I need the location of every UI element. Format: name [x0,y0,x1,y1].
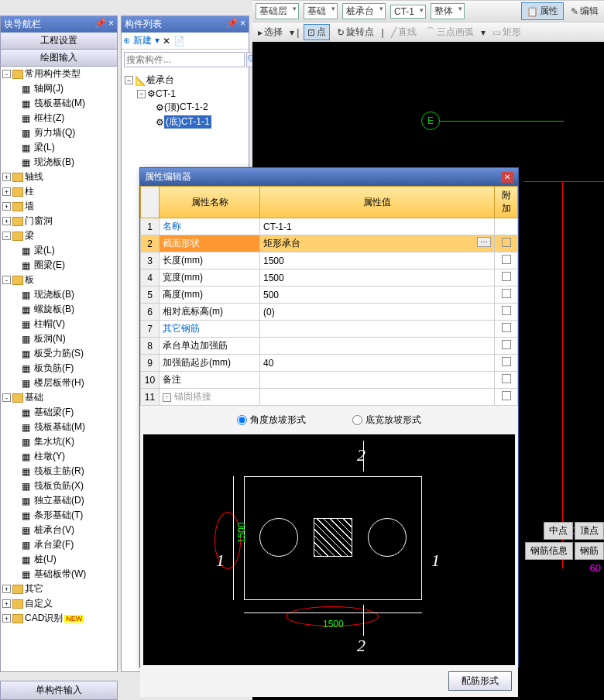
ellipsis-btn[interactable]: ⋯ [477,237,491,247]
tree-node[interactable]: ▦条形基础(T) [1,508,117,523]
dialog-footer: 配筋形式 [140,665,518,697]
tree-node[interactable]: ▦承台梁(F) [1,537,117,552]
tree-node[interactable]: ▦筏板基础(M) [1,420,117,434]
copy-icon[interactable]: 📄 [173,36,185,46]
grid-bubble-e: E [421,112,440,130]
select-btn[interactable]: ▸ 选择 [256,25,285,39]
diagram-pile-left [259,518,298,557]
tree-node[interactable]: ▦框柱(Z) [1,111,117,125]
property-row[interactable]: 11+锚固搭接 [141,389,518,406]
tree-node[interactable]: ▦筏板主筋(R) [1,464,117,479]
tree-node[interactable]: ▦桩(U) [1,552,117,567]
property-row[interactable]: 9加强筋起步(mm)40 [141,355,518,372]
tree-node[interactable]: ▦板负筋(F) [1,361,117,376]
new-button[interactable]: ⊕ 新建 ▾ [123,34,160,47]
floor-combo[interactable]: 基础层 [256,3,299,19]
properties-btn[interactable]: 📋 属性 [521,2,564,20]
extra-checkbox[interactable] [502,323,511,332]
extra-checkbox[interactable] [502,340,511,349]
extra-checkbox[interactable] [502,357,511,366]
extra-checkbox[interactable] [502,238,511,247]
tree-node[interactable]: -常用构件类型 [1,67,117,81]
extra-checkbox[interactable] [502,272,511,281]
tree-node[interactable]: ▦柱帽(V) [1,317,117,331]
property-row[interactable]: 3长度(mm)1500 [141,252,518,269]
tree-node[interactable]: ▦基础板带(W) [1,567,117,582]
view-combo[interactable]: 整体 [431,3,465,19]
property-row[interactable]: 10备注 [141,372,518,389]
property-row[interactable]: 2截面形状矩形承台⋯ [141,235,518,252]
section-draw[interactable]: 绘图输入 [1,50,117,67]
edit-btn[interactable]: ✎ 编辑 [568,4,601,19]
tree-node[interactable]: ▦梁(L) [1,243,117,258]
diagram-pile-right [368,518,407,557]
tree-node[interactable]: ▦筏板负筋(X) [1,479,117,493]
tree-node[interactable]: ▦剪力墙(Q) [1,125,117,140]
extra-checkbox[interactable] [502,289,511,298]
tree-node[interactable]: ▦板受力筋(S) [1,346,117,361]
component-instance-tree[interactable]: −📐 桩承台 −⚙ CT-1 ⚙ (顶)CT-1-2 ⚙ (底)CT-1-1 [122,70,249,132]
pin-icon[interactable]: 📌 × [94,18,114,31]
tree-node[interactable]: +墙 [1,199,117,214]
search-input[interactable] [124,52,245,67]
tree-node[interactable]: +自定义 [1,596,117,611]
tree-node[interactable]: ▦梁(L) [1,140,117,155]
radio-width[interactable]: 底宽放坡形式 [352,413,421,427]
component-tree[interactable]: -常用构件类型▦轴网(J)▦筏板基础(M)▦框柱(Z)▦剪力墙(Q)▦梁(L)▦… [1,67,117,663]
property-row[interactable]: 8承台单边加强筋 [141,338,518,355]
tree-node[interactable]: ▦独立基础(D) [1,493,117,508]
selected-item: (底)CT-1-1 [164,115,211,129]
property-row[interactable]: 7其它钢筋 [141,321,518,338]
tree-node[interactable]: ▦轴网(J) [1,81,117,96]
dim-height: 1500 [236,523,247,544]
tree-node[interactable]: ▦板洞(N) [1,331,117,346]
tree-node[interactable]: -梁 [1,228,117,243]
property-row[interactable]: 6相对底标高(m)(0) [141,304,518,321]
close-icon[interactable]: ✕ [501,172,513,183]
tab-vertex[interactable]: 顶点 [575,522,604,540]
tree-node[interactable]: +轴线 [1,170,117,184]
tab-rebar[interactable]: 钢筋 [575,542,604,560]
extra-checkbox[interactable] [502,374,511,383]
instance-combo[interactable]: CT-1 [390,5,426,19]
tab-midpoint[interactable]: 中点 [544,522,573,540]
line-btn[interactable]: ╱ 直线 [389,25,419,39]
dialog-titlebar[interactable]: 属性编辑器 ✕ [140,168,518,186]
tree-node[interactable]: +CAD识别NEW [1,611,117,626]
tree-node[interactable]: ▦圈梁(E) [1,258,117,273]
pin-icon[interactable]: 📌 × [226,18,245,31]
delete-icon[interactable]: ✕ [163,36,170,46]
category-combo[interactable]: 基础 [304,3,338,19]
property-row[interactable]: 4宽度(mm)1500 [141,269,518,287]
tree-node[interactable]: ▦桩承台(V) [1,523,117,537]
tree-node[interactable]: ▦楼层板带(H) [1,376,117,390]
section-single[interactable]: 单构件输入 [0,681,118,700]
tree-node[interactable]: -板 [1,273,117,287]
point-btn[interactable]: ⊡ 点 [304,24,330,40]
extra-checkbox[interactable] [502,255,511,264]
tree-node[interactable]: ▦现浇板(B) [1,155,117,170]
extra-checkbox[interactable] [502,306,511,315]
tree-node[interactable]: +门窗洞 [1,214,117,228]
arc-btn[interactable]: ⌒ 三点画弧 [424,25,476,39]
extra-checkbox[interactable] [502,391,511,400]
rect-btn[interactable]: ▭ 矩形 [490,25,523,39]
tree-node[interactable]: ▦集水坑(K) [1,434,117,449]
tree-node[interactable]: -基础 [1,390,117,405]
tree-node[interactable]: ▦筏板基础(M) [1,96,117,111]
tree-node[interactable]: ▦柱墩(Y) [1,449,117,464]
tree-node[interactable]: ▦基础梁(F) [1,405,117,420]
type-combo[interactable]: 桩承台 [342,3,386,19]
tab-rebar-info[interactable]: 钢筋信息 [525,542,573,560]
property-row[interactable]: 1名称CT-1-1 [141,218,518,235]
tree-node[interactable]: ▦现浇板(B) [1,287,117,302]
tree-node[interactable]: +其它 [1,582,117,596]
rebar-form-btn[interactable]: 配筋形式 [448,671,512,691]
property-row[interactable]: 5高度(mm)500 [141,287,518,304]
section-project[interactable]: 工程设置 [1,33,117,50]
rotate-point-btn[interactable]: ↻ 旋转点 [335,25,376,39]
list-panel-title: 构件列表📌 × [122,16,249,33]
tree-node[interactable]: ▦螺旋板(B) [1,302,117,317]
radio-angle[interactable]: 角度放坡形式 [237,413,306,427]
tree-node[interactable]: +柱 [1,184,117,199]
